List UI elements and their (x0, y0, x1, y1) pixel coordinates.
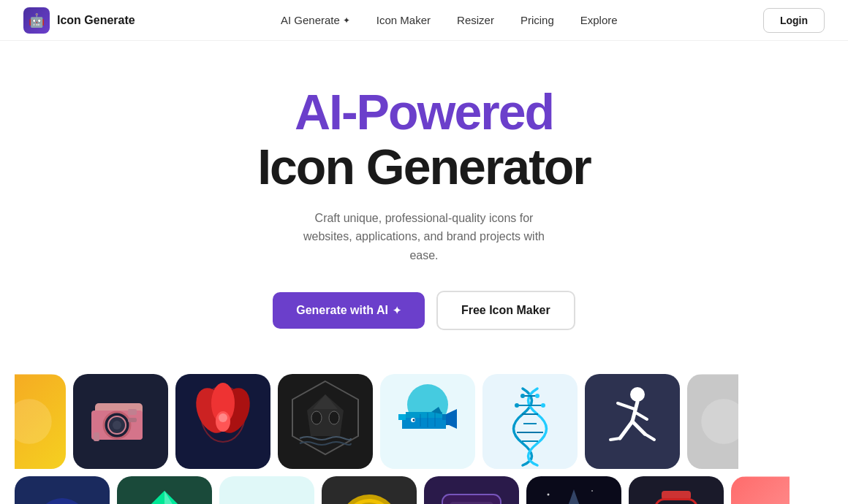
list-item[interactable] (73, 374, 168, 469)
hero-buttons: Generate with AI ✦ Free Icon Maker (273, 291, 575, 330)
svg-marker-78 (569, 489, 579, 504)
list-item[interactable] (424, 476, 519, 504)
list-item[interactable] (585, 374, 680, 469)
svg-line-45 (618, 403, 635, 409)
list-item[interactable] (175, 374, 270, 469)
logo[interactable]: 🤖 Icon Generate (23, 7, 135, 34)
login-button[interactable]: Login (763, 8, 825, 33)
navbar: 🤖 Icon Generate AI Generate ✦ Icon Maker… (0, 0, 848, 41)
nav-resizer[interactable]: Resizer (457, 14, 494, 26)
svg-marker-29 (446, 409, 457, 429)
svg-rect-21 (402, 418, 446, 429)
nav-icon-maker[interactable]: Icon Maker (376, 14, 431, 26)
svg-rect-87 (656, 500, 696, 504)
free-icon-maker-button[interactable]: Free Icon Maker (436, 291, 575, 330)
hero-section: AI-Powered Icon Generator Craft unique, … (0, 41, 848, 359)
svg-point-27 (413, 419, 415, 421)
hero-title-powered: AI-Powered (295, 85, 553, 140)
svg-point-40 (535, 394, 540, 398)
svg-point-51 (701, 400, 746, 445)
list-item[interactable]: $ (322, 476, 417, 504)
svg-marker-57 (139, 491, 164, 504)
list-item[interactable] (15, 476, 110, 504)
svg-point-41 (515, 403, 519, 408)
list-item[interactable] (380, 374, 475, 469)
generate-ai-button[interactable]: Generate with AI ✦ (273, 292, 425, 329)
svg-line-46 (635, 412, 647, 419)
icon-row-2: $ (0, 476, 848, 504)
icon-row-1 (0, 374, 848, 469)
svg-point-14 (219, 413, 227, 422)
svg-point-18 (311, 411, 322, 424)
list-item[interactable] (482, 374, 578, 469)
svg-point-19 (329, 411, 339, 424)
icon-gallery: $ (0, 374, 848, 504)
hero-subtitle: Craft unique, professional-quality icons… (292, 209, 556, 265)
logo-text: Icon Generate (57, 14, 135, 27)
svg-rect-7 (128, 418, 137, 422)
svg-point-5 (113, 421, 121, 429)
svg-line-48 (632, 421, 645, 434)
logo-icon: 🤖 (23, 7, 50, 34)
ai-generate-spark-icon: ✦ (343, 15, 350, 26)
svg-point-0 (7, 400, 52, 445)
svg-rect-8 (94, 432, 99, 441)
svg-line-50 (645, 434, 654, 440)
list-item[interactable] (526, 476, 621, 504)
list-item[interactable] (687, 374, 760, 469)
svg-point-52 (37, 498, 88, 504)
list-item[interactable] (0, 374, 66, 469)
svg-point-43 (630, 387, 645, 402)
list-item[interactable] (117, 476, 212, 504)
nav-links: AI Generate ✦ Icon Maker Resizer Pricing… (281, 14, 618, 26)
list-item[interactable] (731, 476, 804, 504)
nav-explore[interactable]: Explore (580, 14, 618, 26)
hero-title-generator: Icon Generator (257, 140, 591, 194)
nav-pricing[interactable]: Pricing (520, 14, 554, 26)
sparkle-icon: ✦ (393, 305, 401, 316)
list-item[interactable] (629, 476, 724, 504)
svg-line-49 (610, 438, 620, 440)
svg-point-39 (520, 394, 525, 398)
svg-point-73 (548, 494, 550, 496)
nav-ai-generate[interactable]: AI Generate ✦ (281, 14, 350, 26)
svg-rect-6 (128, 409, 137, 415)
svg-point-74 (591, 490, 593, 492)
svg-rect-22 (398, 414, 406, 420)
list-item[interactable] (219, 476, 314, 504)
svg-line-47 (620, 421, 632, 438)
list-item[interactable] (278, 374, 373, 469)
svg-point-42 (541, 403, 545, 408)
